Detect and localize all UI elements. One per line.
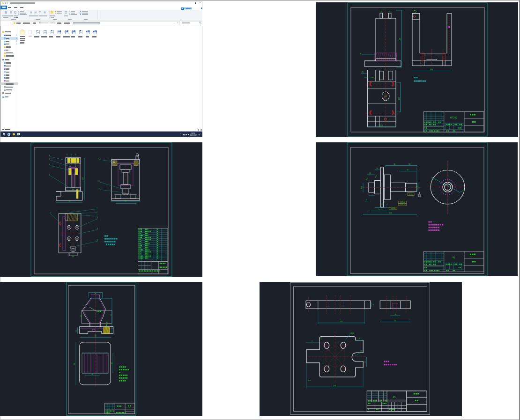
svg-text:14: 14: [369, 172, 371, 174]
svg-text:4-Φ10: 4-Φ10: [349, 332, 354, 334]
svg-text:2: 2: [49, 158, 50, 160]
svg-text:115: 115: [380, 124, 383, 126]
svg-text:7: 7: [97, 211, 97, 213]
svg-text:5: 5: [366, 199, 367, 201]
svg-text:3: 3: [49, 164, 50, 166]
svg-text:Φ12: Φ12: [361, 186, 363, 189]
svg-text:3: 3: [98, 158, 99, 160]
svg-text:160: 160: [398, 96, 400, 100]
svg-text:R8: R8: [360, 350, 362, 352]
svg-text:36: 36: [91, 374, 93, 376]
svg-text:140: 140: [389, 212, 392, 214]
svg-text:9: 9: [312, 340, 312, 342]
svg-text:Φ10: Φ10: [416, 186, 418, 189]
svg-text:96: 96: [125, 200, 126, 202]
svg-text:6: 6: [97, 239, 98, 241]
svg-text:25: 25: [362, 71, 364, 73]
svg-text:6: 6: [97, 217, 98, 219]
svg-text:6: 6: [97, 228, 98, 229]
svg-text:✺: ✺: [106, 324, 108, 326]
svg-text:30: 30: [394, 314, 396, 316]
svg-text:R10: R10: [308, 380, 311, 382]
svg-text:5: 5: [50, 212, 51, 214]
svg-text:4: 4: [49, 174, 50, 176]
svg-text:74: 74: [95, 335, 97, 337]
svg-text:0.025 A: 0.025 A: [400, 201, 405, 203]
svg-text:15: 15: [75, 330, 77, 332]
svg-text:110: 110: [340, 321, 342, 323]
svg-text:9: 9: [373, 304, 374, 306]
svg-text:4-Φ9: 4-Φ9: [371, 77, 374, 79]
svg-text:60: 60: [394, 320, 396, 322]
svg-text:52: 52: [80, 315, 82, 317]
svg-text:45: 45: [379, 209, 380, 211]
svg-text:3: 3: [99, 188, 100, 190]
svg-text:72: 72: [110, 314, 112, 316]
svg-text:M6: M6: [72, 189, 74, 191]
svg-text:7: 7: [97, 207, 97, 209]
svg-text:0.025 A: 0.025 A: [391, 207, 395, 209]
svg-text:9: 9: [71, 154, 72, 155]
svg-text:174: 174: [430, 68, 434, 71]
svg-text:11: 11: [389, 11, 391, 13]
svg-text:60: 60: [72, 256, 74, 258]
svg-text:9: 9: [67, 154, 67, 155]
svg-text:75: 75: [68, 200, 70, 202]
svg-text:1: 1: [49, 155, 50, 157]
svg-text:18: 18: [358, 338, 360, 339]
svg-text:M4: M4: [106, 322, 108, 324]
svg-text:0.025 A: 0.025 A: [400, 204, 405, 206]
svg-text:HT200: HT200: [450, 116, 457, 119]
svg-text:88: 88: [74, 363, 75, 365]
svg-text:9: 9: [75, 154, 76, 155]
svg-text:58: 58: [409, 163, 410, 165]
svg-text:1:10: 1:10: [409, 193, 413, 195]
svg-text:43: 43: [111, 362, 113, 364]
svg-text:176: 176: [333, 385, 335, 387]
svg-text:11: 11: [380, 11, 382, 13]
svg-text:7: 7: [97, 214, 97, 216]
svg-text:45: 45: [393, 396, 395, 398]
svg-text:36: 36: [394, 163, 395, 165]
svg-text:128: 128: [82, 177, 84, 180]
svg-text:45: 45: [453, 256, 455, 259]
svg-text:10: 10: [376, 168, 378, 169]
svg-text:30: 30: [407, 169, 409, 171]
svg-text:152: 152: [399, 38, 401, 42]
svg-text:22: 22: [364, 361, 366, 363]
svg-text:3: 3: [99, 180, 100, 182]
